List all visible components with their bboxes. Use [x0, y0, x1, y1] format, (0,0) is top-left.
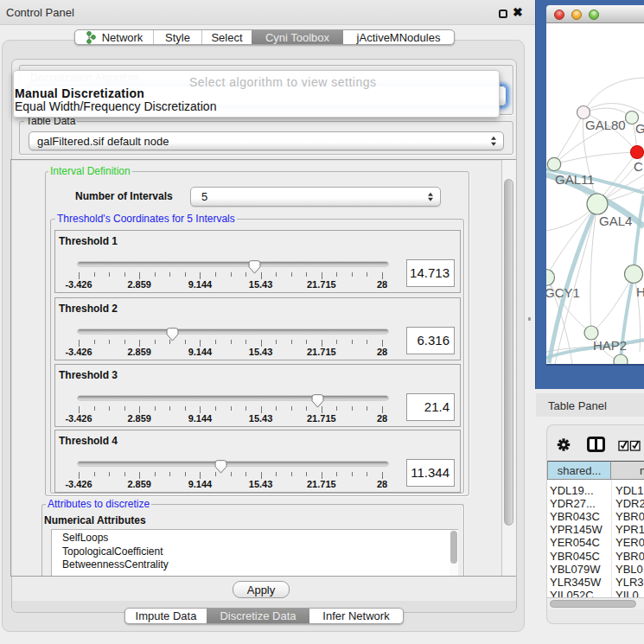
- svg-text:C: C: [634, 159, 643, 174]
- svg-text:G: G: [635, 121, 644, 136]
- svg-text:GAL80: GAL80: [585, 118, 626, 132]
- svg-text:GAL4: GAL4: [599, 214, 632, 228]
- svg-text:H: H: [636, 284, 644, 299]
- svg-text:GAL11: GAL11: [555, 172, 595, 187]
- svg-text:GCY1: GCY1: [546, 285, 580, 300]
- svg-text:HAP2: HAP2: [593, 338, 627, 353]
